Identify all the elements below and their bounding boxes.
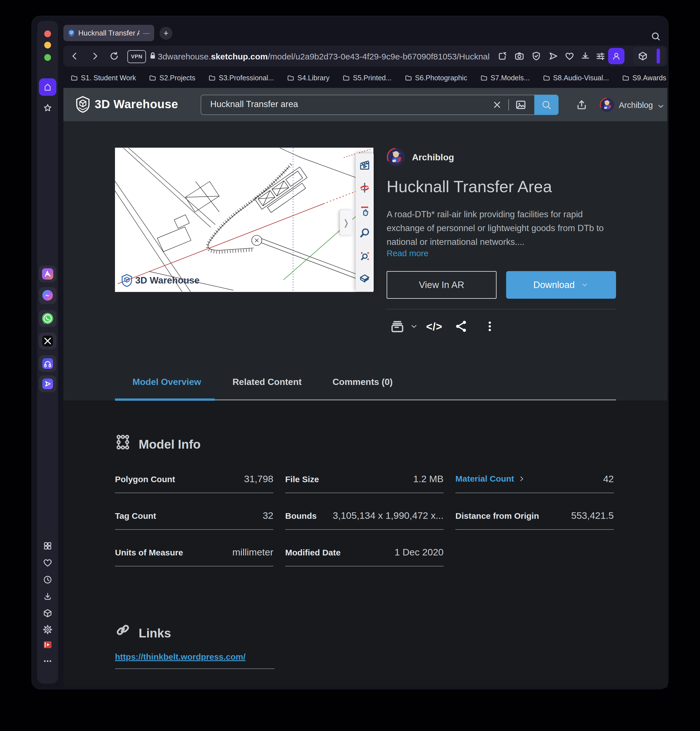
user-avatar-small[interactable]: [600, 97, 614, 113]
image-search-button[interactable]: [515, 98, 527, 112]
nav-reload-button[interactable]: [109, 51, 119, 63]
warehouse-logo-icon: [121, 274, 132, 287]
animation-tool-button[interactable]: [358, 159, 371, 172]
bookmark-item[interactable]: S2.Projects: [149, 74, 195, 82]
sidebar-app-x[interactable]: [39, 333, 56, 349]
sidebar-history-button[interactable]: [43, 575, 53, 585]
purple-indicator-pill: [657, 48, 660, 64]
privacy-shield-button[interactable]: [531, 51, 542, 63]
sidebar-downloads-button[interactable]: [43, 592, 53, 602]
pin-edit-icon: [497, 51, 508, 62]
folder-icon: [149, 74, 156, 82]
sidebar-app-whatsapp[interactable]: [39, 310, 56, 327]
author-avatar[interactable]: [387, 148, 405, 167]
favorite-page-button[interactable]: [564, 51, 575, 63]
traffic-zoom-button[interactable]: [44, 54, 51, 61]
bookmark-item[interactable]: S6.Photographic: [405, 74, 467, 82]
warehouse-extension-button[interactable]: [637, 51, 648, 63]
download-label: Download: [533, 280, 575, 290]
sidebar-spaces-button[interactable]: [43, 541, 53, 551]
browser-tab[interactable]: Hucknall Transfer Area —: [63, 25, 154, 41]
sidebar-favorites-button[interactable]: [43, 103, 53, 113]
profile-icon: [611, 51, 621, 61]
toolbar-search-button[interactable]: [650, 31, 661, 43]
orbit-tool-button[interactable]: [358, 181, 371, 195]
author-name[interactable]: Archiblog: [412, 152, 454, 163]
send-to-device-button[interactable]: [548, 51, 559, 63]
info-divider: [455, 529, 614, 530]
preview-expand-button[interactable]: ❭: [340, 210, 352, 235]
pan-tool-button[interactable]: [358, 204, 371, 218]
sidebar-media-button[interactable]: [43, 640, 53, 650]
avatar-image: [387, 148, 405, 166]
kebab-menu-icon: [483, 320, 496, 333]
section-tool-button[interactable]: [358, 272, 371, 286]
share-page-button[interactable]: [497, 51, 508, 63]
traffic-minimize-button[interactable]: [44, 42, 51, 48]
info-divider: [455, 493, 614, 493]
model-preview[interactable]: [115, 148, 373, 292]
bookmark-item[interactable]: S8.Audio-Visual...: [543, 74, 609, 82]
bookmark-item[interactable]: S4.Library: [287, 74, 329, 82]
url-subdomain: 3dwarehouse.: [158, 52, 211, 61]
model-title: Hucknall Transfer Area: [387, 177, 552, 196]
nav-forward-button[interactable]: [90, 51, 100, 63]
cube-icon: [43, 608, 53, 618]
sidebar-app-arc[interactable]: [39, 266, 56, 282]
bookmark-label: S4.Library: [297, 74, 329, 82]
heart-icon: [43, 558, 53, 568]
sidebar-home-button[interactable]: [39, 78, 56, 96]
zoom-tool-button[interactable]: [358, 226, 371, 241]
nav-back-button[interactable]: [69, 51, 80, 63]
vpn-badge[interactable]: VPN: [128, 50, 146, 63]
zoom-extents-tool-button[interactable]: [358, 250, 371, 263]
sidebar-app-messenger[interactable]: [39, 287, 56, 304]
tune-settings-button[interactable]: [595, 51, 606, 63]
bookmark-item[interactable]: S5.Printed...: [342, 74, 392, 82]
bookmark-item[interactable]: S3.Professional...: [208, 74, 274, 82]
reload-icon: [109, 51, 119, 62]
download-page-button[interactable]: [580, 51, 591, 63]
info-divider: [285, 529, 443, 530]
traffic-close-button[interactable]: [44, 31, 51, 37]
clock-icon: [43, 575, 53, 584]
warehouse-logo[interactable]: 3D Warehouse: [76, 96, 178, 113]
search-submit-button[interactable]: [534, 95, 559, 115]
embed-code-button[interactable]: </>: [426, 321, 442, 333]
links-heading: Links: [139, 626, 171, 640]
tab-comments[interactable]: Comments (0): [333, 377, 393, 387]
clear-search-button[interactable]: [492, 99, 503, 112]
sidebar-app-music[interactable]: [39, 355, 56, 372]
new-tab-button[interactable]: +: [160, 27, 172, 40]
download-button[interactable]: Download: [506, 271, 616, 299]
tab-model-overview[interactable]: Model Overview: [132, 377, 201, 387]
model-description: A road-DTb* rail-air link providing faci…: [387, 207, 612, 249]
screenshot-button[interactable]: [514, 51, 525, 63]
add-to-collection-button[interactable]: [389, 319, 418, 334]
tab-related-content[interactable]: Related Content: [232, 377, 302, 387]
browser-profile-button[interactable]: [608, 48, 624, 64]
upload-model-button[interactable]: [575, 98, 588, 112]
clear-icon: [492, 99, 503, 110]
star-icon: [43, 103, 53, 114]
sidebar-settings-button[interactable]: [43, 624, 53, 635]
read-more-link[interactable]: Read more: [387, 248, 429, 258]
bookmark-item[interactable]: S9.Awards: [622, 74, 666, 82]
user-menu[interactable]: Archiblog: [619, 101, 653, 110]
folder-icon: [287, 74, 295, 82]
view-in-ar-button[interactable]: View In AR: [387, 271, 496, 299]
model-drawing: [115, 148, 373, 292]
more-options-button[interactable]: [483, 320, 496, 334]
sidebar-more-button[interactable]: [43, 656, 53, 666]
sidebar-extensions-button[interactable]: [43, 608, 53, 618]
sidebar-favorites-list-button[interactable]: [43, 558, 53, 568]
url-text[interactable]: 3dwarehouse.sketchup.com/model/u2a9b2d73…: [158, 52, 490, 62]
sidebar-app-send[interactable]: [39, 375, 56, 392]
user-menu-chevron[interactable]: [657, 102, 665, 112]
warehouse-search-input[interactable]: Hucknall Transfer area: [210, 99, 298, 109]
external-link[interactable]: https://thinkbelt.wordpress.com/: [115, 652, 245, 662]
share-button[interactable]: [454, 319, 468, 335]
bookmark-item[interactable]: S1. Student Work: [70, 74, 136, 82]
bookmark-item[interactable]: S7.Models...: [480, 74, 530, 82]
preview-toolbar: [356, 153, 374, 291]
